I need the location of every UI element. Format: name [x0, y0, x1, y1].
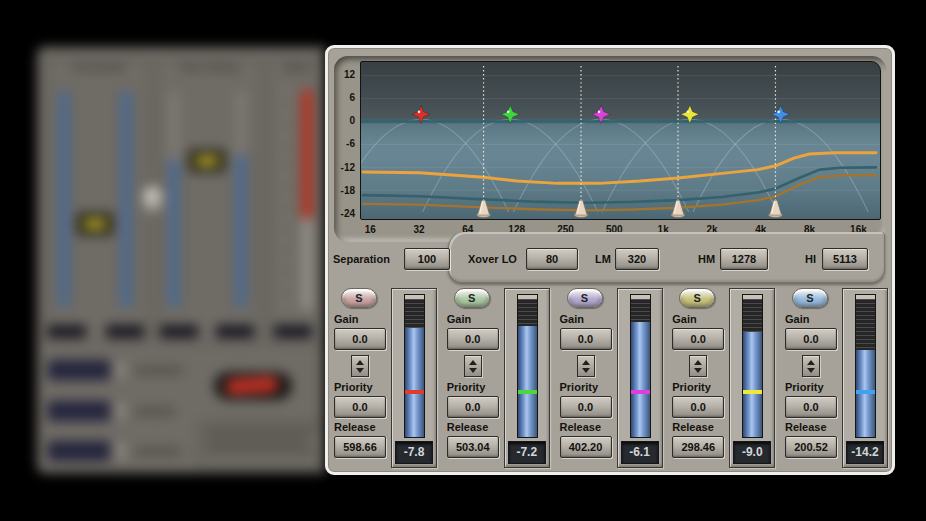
plugin-window: 1260-6-12-18-24 [325, 45, 895, 475]
stepper-up-icon[interactable] [807, 360, 815, 365]
band-strip: S Gain 0.0 Priority 0.0 Release 503.04 -… [447, 288, 550, 468]
bottom-readout [48, 325, 86, 338]
separation-value-box[interactable]: 100 [404, 248, 450, 270]
xover-field-label: HI [805, 253, 816, 265]
meter-band-tick [743, 390, 762, 394]
meter-band-tick [631, 390, 650, 394]
crossover-handle[interactable] [477, 200, 491, 217]
stepper-down-icon[interactable] [356, 368, 364, 373]
release-value-box[interactable]: 200.52 [785, 436, 837, 458]
gain-label: Gain [334, 313, 358, 325]
priority-stepper[interactable] [577, 355, 595, 377]
link-knob [143, 186, 163, 212]
solo-button[interactable]: S [567, 288, 603, 308]
priority-label: Priority [447, 381, 486, 393]
xover-field-label: LM [595, 253, 611, 265]
mode-button [48, 360, 110, 380]
band-strip: S Gain 0.0 Priority 0.0 Release 298.46 -… [672, 288, 775, 468]
xover-value-box[interactable]: 5113 [822, 248, 868, 270]
out-ceiling-slider-right [236, 155, 246, 307]
solo-button[interactable]: S [792, 288, 828, 308]
shape-stepper [114, 441, 127, 461]
atten-label: Atten [268, 61, 326, 73]
graph-plot [360, 61, 881, 220]
stepper-down-icon[interactable] [582, 368, 590, 373]
band-filter-curve [513, 119, 688, 212]
release-label: Release [447, 421, 489, 433]
meter-scale-segment [631, 299, 650, 322]
priority-value-box[interactable]: 0.0 [672, 396, 724, 418]
y-axis-label: -24 [341, 208, 355, 219]
priority-stepper[interactable] [689, 355, 707, 377]
stepper-up-icon[interactable] [469, 360, 477, 365]
xover-value-box[interactable]: 80 [526, 248, 578, 270]
xover-value-box[interactable]: 1278 [720, 248, 768, 270]
stepper-up-icon[interactable] [582, 360, 590, 365]
subpanel-text-line [204, 448, 314, 453]
y-axis-label: -18 [341, 185, 355, 196]
gain-value-box[interactable]: 0.0 [447, 328, 499, 350]
y-axis-label: 0 [349, 115, 355, 126]
release-value-box[interactable]: 298.46 [672, 436, 724, 458]
priority-label: Priority [560, 381, 599, 393]
mode-caption [135, 366, 183, 375]
priority-value-box[interactable]: 0.0 [334, 396, 386, 418]
bottom-readout [216, 325, 254, 338]
gain-value-box[interactable]: 0.0 [334, 328, 386, 350]
stepper-down-icon[interactable] [469, 368, 477, 373]
release-label: Release [334, 421, 376, 433]
band-meter-fader[interactable] [630, 294, 651, 438]
xover-value-box[interactable]: 320 [615, 248, 659, 270]
stepper-down-icon[interactable] [694, 368, 702, 373]
gain-label: Gain [447, 313, 471, 325]
priority-stepper[interactable] [802, 355, 820, 377]
meter-bar [743, 332, 762, 437]
solo-button[interactable]: S [341, 288, 377, 308]
priority-value-box[interactable]: 0.0 [447, 396, 499, 418]
separation-label: Separation [333, 253, 390, 265]
priority-stepper[interactable] [351, 355, 369, 377]
release-value-box[interactable]: 503.04 [447, 436, 499, 458]
priority-label: Priority [334, 381, 373, 393]
meter-scale-segment [405, 299, 424, 328]
band-meter-fader[interactable] [742, 294, 763, 438]
gain-value-box[interactable]: 0.0 [785, 328, 837, 350]
priority-value-box[interactable]: 0.0 [785, 396, 837, 418]
atten-meter-bar [301, 90, 313, 218]
gain-value-box[interactable]: 0.0 [672, 328, 724, 350]
release-value-box[interactable]: 402.20 [560, 436, 612, 458]
priority-value-box[interactable]: 0.0 [560, 396, 612, 418]
crossover-handle[interactable] [768, 200, 782, 217]
threshold-slider-right [121, 92, 131, 307]
atten-scale [281, 92, 293, 307]
gain-label: Gain [560, 313, 584, 325]
xover-field-label: Xover LO [468, 253, 517, 265]
y-axis: 1260-6-12-18-24 [334, 61, 359, 220]
priority-stepper[interactable] [464, 355, 482, 377]
priority-label: Priority [785, 381, 824, 393]
frequency-graph-panel: 1260-6-12-18-24 [334, 56, 886, 242]
bottom-readout [106, 325, 144, 338]
band-meter-fader[interactable] [855, 294, 876, 438]
band-strips: S Gain 0.0 Priority 0.0 Release 598.66 -… [334, 288, 888, 468]
solo-button[interactable]: S [679, 288, 715, 308]
band-strip: S Gain 0.0 Priority 0.0 Release 402.20 -… [560, 288, 663, 468]
stepper-up-icon[interactable] [356, 360, 364, 365]
meter-band-tick [856, 390, 875, 394]
threshold-value-text [84, 219, 106, 229]
gain-value-box[interactable]: 0.0 [560, 328, 612, 350]
low-threshold-curve [363, 175, 876, 210]
stepper-up-icon[interactable] [694, 360, 702, 365]
band-meter-fader[interactable] [404, 294, 425, 438]
atten-section [268, 57, 329, 345]
meter-readout: -7.8 [395, 441, 433, 464]
meter-scale-segment [518, 299, 537, 326]
band-meter-fader[interactable] [517, 294, 538, 438]
release-label: Release [785, 421, 827, 433]
type-stepper [114, 401, 127, 421]
release-value-box[interactable]: 598.66 [334, 436, 386, 458]
solo-button[interactable]: S [454, 288, 490, 308]
release-label: Release [560, 421, 602, 433]
stepper-down-icon[interactable] [807, 368, 815, 373]
band-strip: S Gain 0.0 Priority 0.0 Release 200.52 -… [785, 288, 888, 468]
